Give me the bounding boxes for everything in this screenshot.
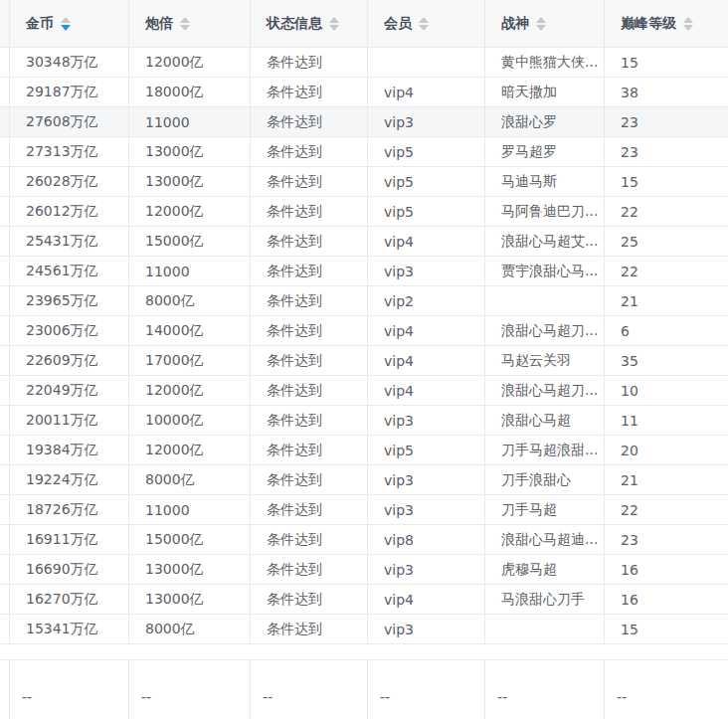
sort-asc-icon[interactable]	[536, 17, 546, 23]
table-row[interactable]: 23006万亿14000亿条件达到vip4浪甜心马超刀...6	[0, 316, 728, 346]
cell-gold: 20011万亿	[10, 406, 129, 436]
table-row[interactable]: 23965万亿8000亿条件达到vip221	[0, 286, 728, 316]
table-row[interactable]: 15341万亿8000亿条件达到vip315	[0, 615, 728, 644]
sort-desc-icon[interactable]	[329, 25, 339, 31]
cell-gold: 18726万亿	[10, 495, 129, 525]
sort-carets	[419, 17, 429, 31]
table-row[interactable]: 16270万亿13000亿条件达到vip4马浪甜心刀手16	[0, 585, 728, 615]
column-header-label: 炮倍	[145, 15, 173, 33]
cell-wargod: 黄中熊猫大侠...	[485, 48, 605, 78]
cell-vip	[368, 48, 485, 78]
cell-vip: vip5	[368, 137, 485, 167]
column-header-peak[interactable]: 巅峰等级	[605, 0, 728, 48]
table-row[interactable]: 20011万亿10000亿条件达到vip3浪甜心马超11	[0, 406, 728, 436]
cell-peak: 16	[605, 555, 728, 585]
cell-vip: vip2	[368, 286, 485, 316]
row-spacer-cell	[0, 525, 10, 555]
cell-cannon: 13000亿	[129, 585, 251, 615]
row-spacer-cell	[0, 585, 10, 615]
cell-cannon: 11000	[129, 107, 251, 137]
column-header-label: 战神	[501, 15, 529, 33]
row-spacer-cell	[0, 555, 10, 585]
row-spacer-cell	[0, 78, 10, 107]
table-row[interactable]: 26028万亿13000亿条件达到vip5马迪马斯15	[0, 167, 728, 197]
cell-status: 条件达到	[251, 257, 368, 286]
table-row[interactable]: 25431万亿15000亿条件达到vip4浪甜心马超艾...25	[0, 227, 728, 257]
cell-gold: 27313万亿	[10, 137, 129, 167]
table-row[interactable]: 26012万亿12000亿条件达到vip5马阿鲁迪巴刀...22	[0, 197, 728, 227]
sort-asc-icon[interactable]	[683, 17, 693, 23]
sort-desc-icon[interactable]	[536, 25, 546, 31]
column-header-wargod[interactable]: 战神	[485, 0, 605, 48]
cell-wargod	[485, 615, 605, 644]
footer-cell-cannon: --	[129, 660, 251, 719]
sort-carets	[329, 17, 339, 31]
cell-gold: 19224万亿	[10, 465, 129, 495]
table-row[interactable]: 16690万亿13000亿条件达到vip3虎穆马超16	[0, 555, 728, 585]
sort-carets	[683, 17, 693, 31]
cell-cannon: 13000亿	[129, 555, 251, 585]
table-row[interactable]: 16911万亿15000亿条件达到vip8浪甜心马超迪...23	[0, 525, 728, 555]
cell-cannon: 11000	[129, 257, 251, 286]
sort-asc-icon[interactable]	[180, 17, 190, 23]
table-row[interactable]: 18726万亿11000条件达到vip3刀手马超22	[0, 495, 728, 525]
footer-cell-peak: --	[605, 660, 728, 719]
sort-asc-icon[interactable]	[61, 17, 71, 23]
sort-desc-icon[interactable]	[419, 25, 429, 31]
table-row[interactable]: 24561万亿11000条件达到vip3贾宇浪甜心马...22	[0, 257, 728, 286]
table-row[interactable]: 27313万亿13000亿条件达到vip5罗马超罗23	[0, 137, 728, 167]
cell-wargod: 马浪甜心刀手	[485, 585, 605, 615]
column-header-status[interactable]: 状态信息	[251, 0, 368, 48]
table-body: 30348万亿12000亿条件达到黄中熊猫大侠...1529187万亿18000…	[0, 48, 728, 644]
cell-wargod: 马迪马斯	[485, 167, 605, 197]
cell-status: 条件达到	[251, 615, 368, 644]
cell-wargod: 浪甜心马超	[485, 406, 605, 436]
table-row[interactable]: 19384万亿12000亿条件达到vip5刀手马超浪甜...20	[0, 436, 728, 465]
cell-wargod: 浪甜心马超艾...	[485, 227, 605, 257]
row-spacer-cell	[0, 495, 10, 525]
table-row[interactable]: 27608万亿11000条件达到vip3浪甜心罗23	[0, 107, 728, 137]
table-row[interactable]: 29187万亿18000亿条件达到vip4暗天撒加38	[0, 78, 728, 107]
row-spacer-cell	[0, 227, 10, 257]
cell-vip: vip3	[368, 257, 485, 286]
cell-gold: 25431万亿	[10, 227, 129, 257]
cell-status: 条件达到	[251, 525, 368, 555]
cell-vip: vip3	[368, 406, 485, 436]
cell-cannon: 12000亿	[129, 48, 251, 78]
cell-peak: 10	[605, 376, 728, 406]
row-spacer-cell	[0, 615, 10, 644]
cell-wargod: 浪甜心马超刀...	[485, 316, 605, 346]
column-header-gold[interactable]: 金币	[10, 0, 129, 48]
sort-desc-icon[interactable]	[61, 25, 71, 31]
sort-desc-icon[interactable]	[180, 25, 190, 31]
table-row[interactable]: 30348万亿12000亿条件达到黄中熊猫大侠...15	[0, 48, 728, 78]
cell-cannon: 10000亿	[129, 406, 251, 436]
sort-desc-icon[interactable]	[683, 25, 693, 31]
sort-carets	[536, 17, 546, 31]
cell-gold: 16911万亿	[10, 525, 129, 555]
column-header-cannon[interactable]: 炮倍	[129, 0, 251, 48]
table-row[interactable]: 19224万亿8000亿条件达到vip3刀手浪甜心21	[0, 465, 728, 495]
cell-peak: 15	[605, 615, 728, 644]
table-row[interactable]: 22049万亿12000亿条件达到vip4浪甜心马超刀...10	[0, 376, 728, 406]
table-row[interactable]: 22609万亿17000亿条件达到vip4马赵云关羽35	[0, 346, 728, 376]
cell-wargod: 罗马超罗	[485, 137, 605, 167]
cell-status: 条件达到	[251, 286, 368, 316]
row-spacer-cell	[0, 346, 10, 376]
cell-status: 条件达到	[251, 107, 368, 137]
cell-wargod: 马赵云关羽	[485, 346, 605, 376]
sort-asc-icon[interactable]	[419, 17, 429, 23]
column-header-label: 金币	[26, 15, 54, 33]
cell-gold: 22609万亿	[10, 346, 129, 376]
cell-status: 条件达到	[251, 48, 368, 78]
sort-asc-icon[interactable]	[329, 17, 339, 23]
cell-vip: vip4	[368, 316, 485, 346]
cell-wargod: 贾宇浪甜心马...	[485, 257, 605, 286]
header-spacer-cell	[0, 0, 10, 48]
column-header-vip[interactable]: 会员	[368, 0, 485, 48]
cell-cannon: 8000亿	[129, 465, 251, 495]
row-spacer-cell	[0, 107, 10, 137]
row-spacer-cell	[0, 48, 10, 78]
row-spacer-cell	[0, 197, 10, 227]
cell-peak: 35	[605, 346, 728, 376]
